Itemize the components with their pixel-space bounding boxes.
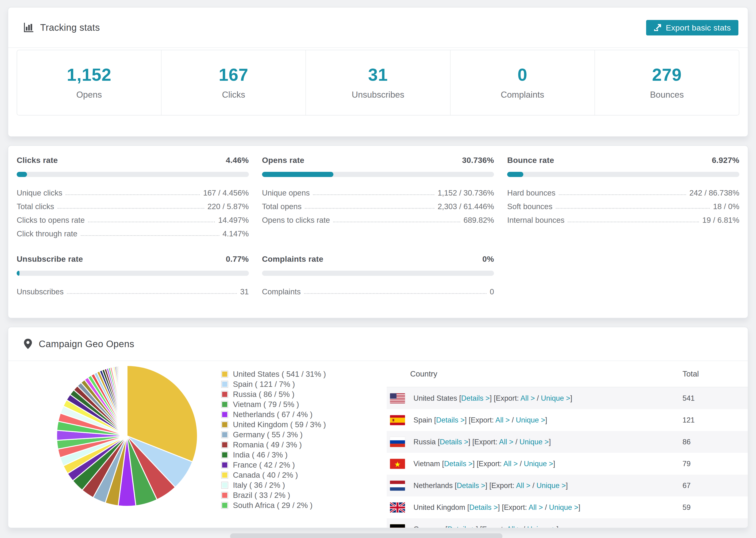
stat-value: 167 xyxy=(162,65,305,85)
legend-item: Brazil ( 33 / 2% ) xyxy=(221,490,326,500)
legend-label: South Africa ( 29 / 2% ) xyxy=(233,501,312,510)
rate-title: Unsubscribe rate xyxy=(17,254,83,264)
details-link[interactable]: Details > xyxy=(444,459,472,468)
total-value: 121 xyxy=(682,416,748,424)
country-name: United Kingdom xyxy=(413,503,465,511)
rate-row: Soft bounces18 / 0% xyxy=(507,197,739,211)
rate-block-bounce: Bounce rate6.927%Hard bounces242 / 86.73… xyxy=(507,156,739,238)
legend-item: Vietnam ( 79 / 5% ) xyxy=(221,399,326,409)
rate-row-label: Unique opens xyxy=(262,189,310,197)
flag-uk-icon xyxy=(390,502,405,512)
export-unique-link[interactable]: Unique > xyxy=(516,416,545,424)
rate-row-label: Total clicks xyxy=(17,202,54,211)
legend-swatch xyxy=(221,421,228,428)
table-row-de: Germany [Details >] [Export: All > / Uni… xyxy=(387,518,748,528)
page-title: Tracking stats xyxy=(40,22,100,33)
legend-swatch xyxy=(221,381,228,388)
stat-value: 31 xyxy=(306,65,450,85)
geo-header: Campaign Geo Opens xyxy=(8,327,748,361)
rate-row-value: 14.497% xyxy=(218,216,249,224)
rate-percentage: 6.927% xyxy=(712,156,739,165)
rate-row: Unique clicks167 / 4.456% xyxy=(17,184,249,197)
table-row-es: Spain [Details >] [Export: All > / Uniqu… xyxy=(387,409,748,431)
table-row-vn: Vietnam [Details >] [Export: All > / Uni… xyxy=(387,453,748,475)
stat-box-complaints: 0Complaints xyxy=(450,50,594,115)
dotted-leader xyxy=(58,208,204,209)
dotted-leader xyxy=(88,222,215,222)
export-all-link[interactable]: All > xyxy=(516,481,530,490)
export-unique-link[interactable]: Unique > xyxy=(527,525,557,528)
export-all-link[interactable]: All > xyxy=(528,503,543,511)
export-unique-link[interactable]: Unique > xyxy=(549,503,578,511)
rate-row: Click through rate4.147% xyxy=(17,224,249,238)
rate-row-value: 242 / 86.738% xyxy=(689,189,739,197)
dotted-leader xyxy=(559,194,686,195)
legend-item: Italy ( 36 / 2% ) xyxy=(221,480,326,490)
details-link[interactable]: Details > xyxy=(440,438,468,446)
rate-progress-fill xyxy=(17,271,20,276)
rate-progress-track xyxy=(507,172,739,177)
flag-nl-icon xyxy=(390,480,405,491)
flag-vn-icon xyxy=(390,459,405,469)
details-link[interactable]: Details > xyxy=(457,481,485,490)
export-unique-link[interactable]: Unique > xyxy=(536,481,566,490)
geo-table-body: United States [Details >] [Export: All >… xyxy=(387,387,748,528)
flag-es-icon xyxy=(390,415,405,425)
total-value: 67 xyxy=(682,481,748,490)
export-basic-stats-button[interactable]: Export basic stats xyxy=(646,20,738,35)
rate-row-value: 2,303 / 61.446% xyxy=(438,202,494,211)
table-row-nl: Netherlands [Details >] [Export: All > /… xyxy=(387,475,748,497)
rate-progress-fill xyxy=(17,172,27,177)
legend-item: Germany ( 55 / 3% ) xyxy=(221,430,326,440)
rate-row-value: 19 / 6.81% xyxy=(702,216,739,224)
legend-item: United Kingdom ( 59 / 3% ) xyxy=(221,419,326,430)
stats-summary-row: 1,152Opens167Clicks31Unsubscribes0Compla… xyxy=(17,50,739,116)
legend-swatch xyxy=(221,401,228,408)
export-all-link[interactable]: All > xyxy=(503,459,518,468)
rate-title: Complaints rate xyxy=(262,254,323,264)
legend-item: France ( 42 / 2% ) xyxy=(221,460,326,470)
tracking-stats-header: Tracking stats Export basic stats xyxy=(8,8,748,48)
legend-label: United States ( 541 / 31% ) xyxy=(233,370,326,379)
details-link[interactable]: Details > xyxy=(448,525,476,528)
legend-swatch xyxy=(221,441,228,448)
rate-row-value: 220 / 5.87% xyxy=(207,202,249,211)
export-all-link[interactable]: All > xyxy=(495,416,510,424)
rate-title: Clicks rate xyxy=(17,156,58,165)
rate-row: Total opens2,303 / 61.446% xyxy=(262,197,494,211)
country-name: Vietnam xyxy=(413,459,440,468)
export-unique-link[interactable]: Unique > xyxy=(524,459,553,468)
rate-title: Opens rate xyxy=(262,156,304,165)
details-link[interactable]: Details > xyxy=(469,503,498,511)
rate-row-label: Hard bounces xyxy=(507,189,555,197)
legend-label: Canada ( 40 / 2% ) xyxy=(233,471,298,480)
rate-row-value: 167 / 4.456% xyxy=(203,189,249,197)
country-name: United States xyxy=(413,394,457,402)
total-value: 541 xyxy=(682,394,748,403)
table-row-uk: United Kingdom [Details >] [Export: All … xyxy=(387,497,748,518)
rate-progress-track xyxy=(262,271,494,276)
rate-row: Opens to clicks rate689.82% xyxy=(262,211,494,224)
export-all-link[interactable]: All > xyxy=(499,438,513,446)
stat-value: 1,152 xyxy=(17,65,161,85)
details-link[interactable]: Details > xyxy=(436,416,465,424)
stat-box-clicks: 167Clicks xyxy=(161,50,305,115)
export-all-link[interactable]: All > xyxy=(507,525,521,528)
details-link[interactable]: Details > xyxy=(461,394,490,402)
export-unique-link[interactable]: Unique > xyxy=(541,394,570,402)
rate-row-value: 689.82% xyxy=(463,216,494,224)
rate-row-label: Total opens xyxy=(262,202,302,211)
export-unique-link[interactable]: Unique > xyxy=(519,438,549,446)
export-all-link[interactable]: All > xyxy=(520,394,535,402)
legend-swatch xyxy=(221,482,228,489)
flag-us-icon xyxy=(390,393,405,404)
legend-label: Germany ( 55 / 3% ) xyxy=(233,430,303,439)
country-name: Netherlands xyxy=(413,481,453,490)
stat-label: Complaints xyxy=(451,90,594,100)
rate-progress-track xyxy=(17,172,249,177)
legend-label: India ( 46 / 3% ) xyxy=(233,451,288,459)
stat-label: Opens xyxy=(17,90,161,100)
stat-value: 279 xyxy=(595,65,739,85)
table-row-us: United States [Details >] [Export: All >… xyxy=(387,387,748,409)
stat-box-bounces: 279Bounces xyxy=(594,50,739,115)
